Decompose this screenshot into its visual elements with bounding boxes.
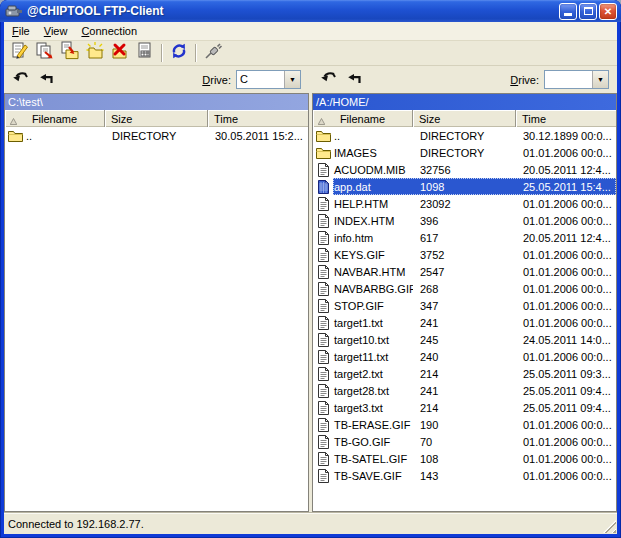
- sort-ascending-icon: [10, 115, 17, 127]
- close-icon: ✕: [604, 6, 612, 17]
- chevron-down-icon[interactable]: ▼: [592, 71, 608, 88]
- new-folder-button[interactable]: [84, 43, 106, 64]
- local-panel-toolbar: Drive:C▼: [4, 66, 309, 93]
- file-name: ..: [25, 130, 105, 142]
- nav-up-icon: [347, 73, 362, 87]
- remote-back-button[interactable]: [320, 73, 337, 87]
- file-row[interactable]: app.dat109825.05.2011 15:4...: [313, 178, 616, 195]
- file-row-cells: ..DIRECTORY30.12.1899 00:0...: [333, 127, 616, 144]
- menu-bar: FileViewConnection: [4, 22, 617, 41]
- chevron-down-icon[interactable]: ▼: [284, 71, 300, 88]
- file-row[interactable]: INDEX.HTM39601.01.2006 00:0...: [313, 212, 616, 229]
- file-name: target1.txt: [333, 317, 413, 329]
- refresh-button[interactable]: [168, 43, 190, 64]
- remote-drive-label: Drive:: [510, 74, 539, 86]
- remote-header-size[interactable]: Size: [413, 110, 516, 127]
- file-row[interactable]: target11.txt24001.01.2006 00:0...: [313, 348, 616, 365]
- local-back-button[interactable]: [12, 73, 29, 87]
- file-row[interactable]: HELP.HTM2309201.01.2006 00:0...: [313, 195, 616, 212]
- edit-file-button[interactable]: [9, 43, 31, 64]
- menu-item-connection[interactable]: Connection: [74, 23, 144, 39]
- file-row[interactable]: ..DIRECTORY30.12.1899 00:0...: [313, 127, 616, 144]
- local-listbox: C:\test\FilenameSizeTime..DIRECTORY30.05…: [4, 93, 309, 512]
- delete-button[interactable]: [109, 43, 131, 64]
- title-bar[interactable]: @CHIPTOOL FTP-Client ✕: [0, 0, 621, 22]
- file-row[interactable]: target1.txt24101.01.2006 00:0...: [313, 314, 616, 331]
- maximize-button[interactable]: [579, 3, 597, 20]
- file-row-cells: app.dat109825.05.2011 15:4...: [333, 178, 616, 195]
- file-time: 01.01.2006 00:0...: [516, 266, 616, 278]
- client-area: FileViewConnection Drive:C▼C:\test\Filen…: [4, 22, 617, 534]
- local-drive-select[interactable]: C▼: [236, 70, 301, 89]
- file-row[interactable]: ACUODM.MIB3275620.05.2011 12:4...: [313, 161, 616, 178]
- remote-drive-group: Drive:▼: [510, 70, 609, 89]
- local-up-button[interactable]: [38, 73, 55, 87]
- file-row[interactable]: TB-SATEL.GIF10801.01.2006 00:0...: [313, 450, 616, 467]
- close-button[interactable]: ✕: [599, 3, 617, 20]
- file-row[interactable]: IMAGESDIRECTORY01.01.2006 00:0...: [313, 144, 616, 161]
- file-row[interactable]: TB-SAVE.GIF14301.01.2006 00:0...: [313, 467, 616, 484]
- file-size: 32756: [413, 164, 516, 176]
- file-size: 268: [413, 283, 516, 295]
- file-size: 190: [413, 419, 516, 431]
- file-row[interactable]: STOP.GIF34701.01.2006 00:0...: [313, 297, 616, 314]
- connect-icon: [203, 41, 223, 65]
- local-header-time[interactable]: Time: [208, 110, 308, 127]
- file-row[interactable]: target28.txt24125.05.2011 09:4...: [313, 382, 616, 399]
- file-icon: [313, 297, 333, 314]
- file-row[interactable]: target10.txt24524.05.2011 14:0...: [313, 331, 616, 348]
- status-text: Connected to 192.168.2.77.: [8, 518, 144, 530]
- file-row[interactable]: target2.txt21425.05.2011 09:3...: [313, 365, 616, 382]
- minimize-icon: [564, 13, 572, 16]
- remote-nav-arrows: [320, 73, 363, 87]
- file-size: 70: [413, 436, 516, 448]
- move-to-folder-button[interactable]: [59, 43, 81, 64]
- file-row-cells: target1.txt24101.01.2006 00:0...: [333, 314, 616, 331]
- minimize-button[interactable]: [559, 3, 577, 20]
- binary-file-icon: [313, 178, 333, 195]
- file-icon: [313, 195, 333, 212]
- file-row-cells: ..DIRECTORY30.05.2011 15:2...: [25, 127, 308, 144]
- file-row[interactable]: target3.txt21425.05.2011 09:4...: [313, 399, 616, 416]
- remote-header-time[interactable]: Time: [516, 110, 616, 127]
- file-name: IMAGES: [333, 147, 413, 159]
- copy-files-button[interactable]: [34, 43, 56, 64]
- file-size: 240: [413, 351, 516, 363]
- file-icon: [313, 348, 333, 365]
- file-row-cells: TB-ERASE.GIF19001.01.2006 00:0...: [333, 416, 616, 433]
- file-row[interactable]: ..DIRECTORY30.05.2011 15:2...: [5, 127, 308, 144]
- file-list-button[interactable]: [134, 43, 156, 64]
- file-row[interactable]: NAVBARBG.GIF26801.01.2006 00:0...: [313, 280, 616, 297]
- remote-up-button[interactable]: [346, 73, 363, 87]
- file-icon: [313, 314, 333, 331]
- local-file-list: ..DIRECTORY30.05.2011 15:2...: [5, 127, 308, 511]
- file-row[interactable]: info.htm61720.05.2011 12:4...: [313, 229, 616, 246]
- file-size: 241: [413, 317, 516, 329]
- file-name: KEYS.GIF: [333, 249, 413, 261]
- remote-header-filename[interactable]: Filename: [313, 110, 413, 127]
- file-row[interactable]: KEYS.GIF375201.01.2006 00:0...: [313, 246, 616, 263]
- file-name: STOP.GIF: [333, 300, 413, 312]
- menu-item-view[interactable]: View: [37, 23, 75, 39]
- copy-files-icon: [35, 41, 55, 65]
- file-icon: [313, 331, 333, 348]
- file-row[interactable]: TB-GO.GIF7001.01.2006 00:0...: [313, 433, 616, 450]
- local-path-bar: C:\test\: [5, 94, 308, 110]
- connect-button[interactable]: [202, 43, 224, 64]
- file-name: app.dat: [333, 181, 413, 193]
- file-name: TB-ERASE.GIF: [333, 419, 413, 431]
- local-header-filename[interactable]: Filename: [5, 110, 105, 127]
- file-row[interactable]: TB-ERASE.GIF19001.01.2006 00:0...: [313, 416, 616, 433]
- file-row-cells: ACUODM.MIB3275620.05.2011 12:4...: [333, 161, 616, 178]
- app-icon: [5, 4, 23, 19]
- main-toolbar: [4, 41, 617, 66]
- file-row-cells: KEYS.GIF375201.01.2006 00:0...: [333, 246, 616, 263]
- file-name: target2.txt: [333, 368, 413, 380]
- file-time: 30.12.1899 00:0...: [516, 130, 616, 142]
- remote-drive-select[interactable]: ▼: [544, 70, 609, 89]
- menu-item-file[interactable]: File: [5, 23, 37, 39]
- resize-grip[interactable]: [603, 520, 616, 533]
- file-row[interactable]: NAVBAR.HTM254701.01.2006 00:0...: [313, 263, 616, 280]
- file-row-cells: TB-GO.GIF7001.01.2006 00:0...: [333, 433, 616, 450]
- local-header-size[interactable]: Size: [105, 110, 208, 127]
